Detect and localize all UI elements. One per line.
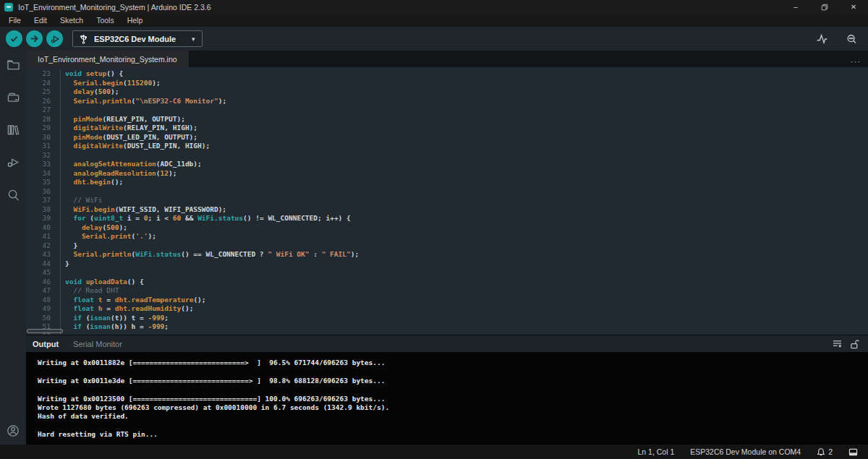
verify-button[interactable]	[6, 30, 22, 47]
code-line: 45	[26, 268, 868, 278]
code-line: 50 if (isnan(t)) t = -999;	[26, 314, 868, 323]
line-number: 38	[26, 205, 51, 215]
title-bar: ∞ IoT_Environment_Monitoring_System | Ar…	[0, 0, 868, 14]
code-line: 42 }	[26, 241, 868, 251]
output-panel-header: Output Serial Monitor	[26, 335, 868, 352]
upload-button[interactable]	[26, 30, 43, 47]
code-line: 30 pinMode(DUST_LED_PIN, OUTPUT);	[26, 133, 868, 142]
window-title: IoT_Environment_Monitoring_System | Ardu…	[18, 3, 211, 12]
tab-output[interactable]: Output	[33, 340, 59, 348]
main-area: IoT_Environment_Monitoring_System.ino ··…	[0, 51, 868, 445]
line-number: 28	[26, 115, 51, 124]
status-bar: Ln 1, Col 1 ESP32C6 Dev Module on COM4 2	[0, 445, 868, 459]
code-line: 29 digitalWrite(RELAY_PIN, HIGH);	[26, 124, 868, 133]
board-selector-label: ESP32C6 Dev Module	[94, 35, 176, 43]
line-number: 48	[26, 296, 51, 305]
board-selector-dropdown[interactable]: ESP32C6 Dev Module ▾	[72, 30, 203, 47]
code-editor[interactable]: 23void setup() {24 Serial.begin(115200);…	[26, 67, 868, 335]
close-button[interactable]: ✕	[839, 0, 868, 14]
chevron-down-icon: ▾	[192, 35, 195, 43]
code-line: 32	[26, 151, 868, 160]
code-line: 23void setup() {	[26, 69, 868, 79]
console-line: Writing at 0x0011e3de [=================…	[38, 377, 868, 385]
code-line: 52	[26, 332, 868, 335]
sidebar-item-search[interactable]	[7, 189, 20, 205]
line-number: 31	[26, 142, 51, 151]
right-arrow-icon	[30, 34, 39, 43]
cursor-position[interactable]: Ln 1, Col 1	[637, 447, 674, 456]
account-icon	[7, 424, 20, 437]
notification-count: 2	[828, 447, 833, 456]
clear-output-button[interactable]	[832, 339, 843, 348]
line-number: 39	[26, 214, 51, 223]
code-line: 24 Serial.begin(115200);	[26, 79, 868, 88]
code-line: 39 for (uint8_t i = 0; i < 60 && WiFi.st…	[26, 214, 868, 223]
maximize-button[interactable]	[810, 0, 839, 14]
board-icon	[7, 91, 20, 103]
code-line: 44}	[26, 259, 868, 269]
activity-sidebar	[0, 51, 26, 445]
line-number: 30	[26, 133, 51, 142]
horizontal-scrollbar[interactable]	[27, 329, 63, 333]
sidebar-item-sketchbook[interactable]	[7, 59, 20, 74]
menu-help[interactable]: Help	[121, 14, 150, 27]
serial-monitor-button[interactable]	[846, 33, 858, 45]
bell-icon	[817, 447, 825, 457]
console-line: Hard resetting via RTS pin...	[38, 430, 868, 439]
code-line: 48 float t = dht.readTemperature();	[26, 296, 868, 305]
console-lines: Writing at 0x0011882e [=================…	[38, 359, 868, 439]
menu-edit[interactable]: Edit	[27, 14, 54, 27]
code-line: 27	[26, 106, 868, 115]
notifications-bell[interactable]: 2	[817, 447, 833, 457]
toggle-panel-button[interactable]	[848, 448, 858, 456]
editor-tab-bar: IoT_Environment_Monitoring_System.ino ··…	[26, 51, 868, 67]
menu-bar: File Edit Sketch Tools Help	[0, 14, 868, 27]
line-number: 35	[26, 178, 51, 187]
menu-sketch[interactable]: Sketch	[54, 14, 90, 27]
arduino-ide-window: ∞ IoT_Environment_Monitoring_System | Ar…	[0, 0, 868, 459]
debug-icon	[50, 34, 60, 44]
menu-tools[interactable]: Tools	[90, 14, 121, 27]
line-number: 40	[26, 223, 51, 233]
line-number: 32	[26, 151, 51, 160]
line-number: 47	[26, 286, 51, 296]
board-connection-status[interactable]: ESP32C6 Dev Module on COM4	[690, 447, 801, 456]
line-number: 49	[26, 304, 51, 314]
output-panel-icons	[832, 339, 859, 349]
sidebar-item-debug[interactable]	[7, 156, 20, 171]
sidebar-item-boards-manager[interactable]	[7, 91, 20, 106]
console-line	[38, 367, 868, 376]
code-line: 25 delay(500);	[26, 87, 868, 97]
line-number: 37	[26, 196, 51, 205]
serial-plotter-button[interactable]	[816, 33, 828, 45]
check-icon	[9, 34, 19, 43]
window-controls: – ✕	[781, 0, 868, 14]
minimize-button[interactable]: –	[781, 0, 810, 14]
sidebar-item-library-manager[interactable]	[7, 124, 20, 139]
code-line: 34 analogReadResolution(12);	[26, 169, 868, 179]
output-console[interactable]: Writing at 0x0011882e [=================…	[26, 352, 868, 445]
library-books-icon	[7, 124, 20, 136]
code-line: 43 Serial.println(WiFi.status() == WL_CO…	[26, 250, 868, 259]
autoscroll-lock-icon[interactable]	[850, 339, 859, 349]
code-line: 49 float h = dht.readHumidity();	[26, 304, 868, 314]
line-number: 41	[26, 232, 51, 241]
toolbar-right	[816, 33, 858, 45]
console-line: Writing at 0x00123500 [=================…	[38, 395, 868, 403]
sidebar-item-account[interactable]	[7, 424, 20, 440]
tab-serial-monitor[interactable]: Serial Monitor	[73, 340, 122, 348]
line-number: 43	[26, 250, 51, 259]
debug-button[interactable]	[46, 30, 63, 47]
usb-icon	[80, 33, 88, 44]
code-lines: 23void setup() {24 Serial.begin(115200);…	[26, 69, 868, 335]
content-column: IoT_Environment_Monitoring_System.ino ··…	[26, 51, 868, 445]
line-number: 46	[26, 278, 51, 287]
menu-file[interactable]: File	[2, 14, 27, 27]
console-line	[38, 421, 868, 430]
line-number: 44	[26, 259, 51, 269]
tab-overflow-ellipsis[interactable]: ···	[851, 51, 868, 67]
line-number: 25	[26, 87, 51, 97]
line-number: 36	[26, 187, 51, 197]
tab-sketch-ino[interactable]: IoT_Environment_Monitoring_System.ino	[26, 51, 189, 67]
code-line: 46void uploadData() {	[26, 278, 868, 287]
